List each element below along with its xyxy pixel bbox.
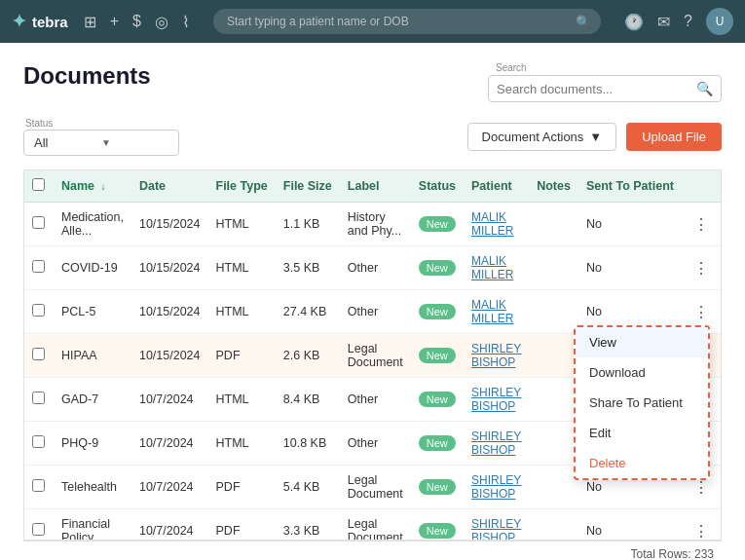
row-checkbox-cell bbox=[24, 203, 54, 246]
context-menu[interactable]: ViewDownloadShare To PatientEditDelete bbox=[574, 325, 710, 480]
row-patient[interactable]: SHIRLEY BISHOP bbox=[464, 378, 529, 422]
row-label: Legal Document bbox=[340, 466, 411, 509]
more-options-icon[interactable]: ⋮ bbox=[689, 521, 713, 541]
more-options-icon[interactable]: ⋮ bbox=[689, 302, 713, 322]
row-notes bbox=[529, 334, 578, 378]
row-notes bbox=[529, 203, 578, 246]
dollar-icon[interactable]: $ bbox=[132, 13, 141, 30]
row-patient[interactable]: MALIK MILLER bbox=[464, 246, 529, 290]
row-label: Other bbox=[340, 422, 411, 466]
row-sent: No bbox=[578, 246, 682, 290]
chevron-down-icon: ▼ bbox=[589, 130, 602, 144]
logo[interactable]: ✦ tebra bbox=[12, 11, 68, 32]
row-checkbox-cell bbox=[24, 290, 54, 334]
row-more[interactable]: ⋮ bbox=[682, 203, 721, 246]
patient-link[interactable]: SHIRLEY BISHOP bbox=[471, 517, 521, 541]
header-filetype[interactable]: File Type bbox=[208, 170, 276, 203]
nav-search-icon: 🔍 bbox=[576, 15, 591, 29]
logo-icon: ✦ bbox=[12, 11, 26, 32]
row-filesize: 10.8 KB bbox=[276, 422, 340, 466]
upload-file-button[interactable]: Upload File bbox=[626, 123, 722, 151]
header-checkbox-cell bbox=[24, 170, 54, 203]
context-menu-item-view[interactable]: View bbox=[576, 327, 708, 357]
plus-icon[interactable]: + bbox=[110, 13, 119, 30]
row-name: Telehealth bbox=[54, 466, 131, 509]
table-row: Medication, Alle... 10/15/2024 HTML 1.1 … bbox=[24, 203, 721, 246]
row-checkbox[interactable] bbox=[32, 216, 45, 229]
search-label: Search bbox=[488, 62, 722, 73]
mail-icon[interactable]: ✉ bbox=[657, 13, 670, 31]
document-search-input[interactable] bbox=[497, 82, 696, 96]
row-patient[interactable]: SHIRLEY BISHOP bbox=[464, 509, 529, 541]
row-checkbox[interactable] bbox=[32, 435, 45, 448]
header-label[interactable]: Label bbox=[340, 170, 411, 203]
row-patient[interactable]: MALIK MILLER bbox=[464, 290, 529, 334]
row-checkbox-cell bbox=[24, 246, 54, 290]
history-icon[interactable]: 🕐 bbox=[624, 13, 644, 31]
row-filetype: PDF bbox=[208, 509, 276, 541]
row-patient[interactable]: SHIRLEY BISHOP bbox=[464, 422, 529, 466]
patient-link[interactable]: MALIK MILLER bbox=[471, 254, 513, 281]
page-title: Documents bbox=[23, 62, 151, 90]
row-checkbox[interactable] bbox=[32, 304, 45, 317]
row-checkbox[interactable] bbox=[32, 348, 45, 360]
patient-link[interactable]: MALIK MILLER bbox=[471, 210, 513, 238]
header-actions bbox=[682, 170, 721, 203]
more-options-icon[interactable]: ⋮ bbox=[689, 214, 713, 235]
row-status: New bbox=[411, 466, 464, 509]
row-patient[interactable]: MALIK MILLER bbox=[464, 203, 529, 246]
row-patient[interactable]: SHIRLEY BISHOP bbox=[464, 466, 529, 509]
context-menu-item-share-to-patient[interactable]: Share To Patient bbox=[576, 388, 708, 418]
row-checkbox[interactable] bbox=[32, 260, 45, 273]
header-date[interactable]: Date bbox=[131, 170, 208, 203]
patient-link[interactable]: SHIRLEY BISHOP bbox=[471, 429, 521, 457]
document-search-box[interactable]: 🔍 bbox=[488, 75, 722, 102]
patient-link[interactable]: SHIRLEY BISHOP bbox=[471, 342, 521, 369]
context-menu-item-delete[interactable]: Delete bbox=[576, 448, 708, 478]
row-checkbox[interactable] bbox=[32, 392, 45, 404]
avatar[interactable]: U bbox=[706, 8, 733, 35]
patient-link[interactable]: MALIK MILLER bbox=[471, 298, 513, 325]
row-checkbox[interactable] bbox=[32, 479, 45, 492]
context-menu-item-download[interactable]: Download bbox=[576, 357, 708, 388]
help-icon[interactable]: ? bbox=[684, 13, 692, 30]
sort-icon: ↓ bbox=[101, 181, 106, 192]
document-actions-button[interactable]: Document Actions ▼ bbox=[467, 123, 617, 151]
header-sent[interactable]: Sent To Patient bbox=[578, 170, 682, 203]
row-filesize: 27.4 KB bbox=[276, 290, 340, 334]
header-status[interactable]: Status bbox=[411, 170, 464, 203]
top-navigation: ✦ tebra ⊞ + $ ◎ ⌇ 🔍 🕐 ✉ ? U bbox=[0, 0, 745, 43]
more-options-icon[interactable]: ⋮ bbox=[689, 258, 713, 279]
nav-right-group: 🕐 ✉ ? U bbox=[624, 8, 733, 35]
grid-icon[interactable]: ⊞ bbox=[84, 13, 96, 31]
row-filetype: HTML bbox=[208, 246, 276, 290]
row-more[interactable]: ⋮ bbox=[682, 509, 721, 541]
nav-icon-group: ⊞ + $ ◎ ⌇ bbox=[84, 13, 190, 31]
main-content: Documents Search 🔍 Status All ▼ Document… bbox=[0, 43, 745, 560]
patient-link[interactable]: SHIRLEY BISHOP bbox=[471, 473, 521, 501]
chart-icon[interactable]: ⌇ bbox=[182, 13, 190, 31]
header-name[interactable]: Name ↓ bbox=[54, 170, 131, 203]
row-label: Other bbox=[340, 378, 411, 422]
row-patient[interactable]: SHIRLEY BISHOP bbox=[464, 334, 529, 378]
row-more[interactable]: ⋮ bbox=[682, 246, 721, 290]
patient-search-input[interactable] bbox=[213, 9, 601, 34]
header-notes[interactable]: Notes bbox=[529, 170, 578, 203]
row-name: HIPAA bbox=[54, 334, 131, 378]
row-checkbox[interactable] bbox=[32, 523, 45, 536]
toolbar: Status All ▼ Document Actions ▼ Upload F… bbox=[23, 118, 722, 156]
patient-link[interactable]: SHIRLEY BISHOP bbox=[471, 386, 521, 413]
row-status: New bbox=[411, 422, 464, 466]
row-name: Financial Policy bbox=[54, 509, 131, 541]
header-filesize[interactable]: File Size bbox=[276, 170, 340, 203]
logo-text: tebra bbox=[32, 14, 68, 30]
status-filter-wrapper: Status All ▼ bbox=[23, 118, 179, 156]
context-menu-item-edit[interactable]: Edit bbox=[576, 418, 708, 448]
patient-search[interactable]: 🔍 bbox=[213, 9, 601, 34]
row-label: Legal Document bbox=[340, 334, 411, 378]
status-dropdown[interactable]: All ▼ bbox=[23, 130, 179, 156]
page-header: Documents Search 🔍 bbox=[23, 62, 722, 102]
header-patient[interactable]: Patient bbox=[464, 170, 529, 203]
location-icon[interactable]: ◎ bbox=[155, 13, 168, 31]
select-all-checkbox[interactable] bbox=[32, 178, 45, 191]
